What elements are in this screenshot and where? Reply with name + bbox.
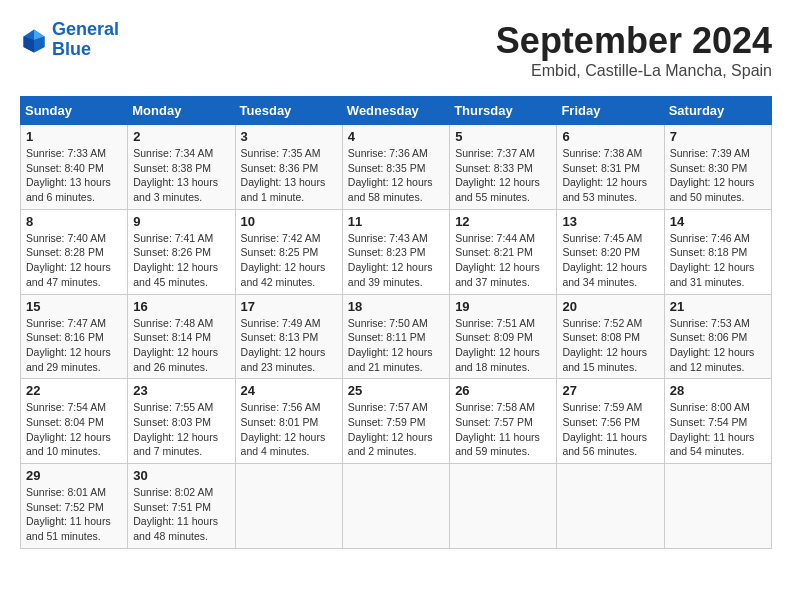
day-number: 29 (26, 468, 122, 483)
calendar-cell: 18Sunrise: 7:50 AMSunset: 8:11 PMDayligh… (342, 294, 449, 379)
day-info: Sunrise: 7:57 AMSunset: 7:59 PMDaylight:… (348, 400, 444, 459)
logo-line1: General (52, 19, 119, 39)
calendar-row: 29Sunrise: 8:01 AMSunset: 7:52 PMDayligh… (21, 464, 772, 549)
day-info: Sunrise: 7:51 AMSunset: 8:09 PMDaylight:… (455, 316, 551, 375)
day-number: 2 (133, 129, 229, 144)
calendar-cell: 21Sunrise: 7:53 AMSunset: 8:06 PMDayligh… (664, 294, 771, 379)
day-info: Sunrise: 7:44 AMSunset: 8:21 PMDaylight:… (455, 231, 551, 290)
day-number: 19 (455, 299, 551, 314)
calendar-cell: 17Sunrise: 7:49 AMSunset: 8:13 PMDayligh… (235, 294, 342, 379)
calendar-cell: 13Sunrise: 7:45 AMSunset: 8:20 PMDayligh… (557, 209, 664, 294)
header: General Blue September 2024 Embid, Casti… (20, 20, 772, 80)
day-info: Sunrise: 7:35 AMSunset: 8:36 PMDaylight:… (241, 146, 337, 205)
day-info: Sunrise: 7:52 AMSunset: 8:08 PMDaylight:… (562, 316, 658, 375)
calendar-cell: 25Sunrise: 7:57 AMSunset: 7:59 PMDayligh… (342, 379, 449, 464)
day-info: Sunrise: 7:41 AMSunset: 8:26 PMDaylight:… (133, 231, 229, 290)
day-number: 13 (562, 214, 658, 229)
day-number: 14 (670, 214, 766, 229)
day-info: Sunrise: 7:42 AMSunset: 8:25 PMDaylight:… (241, 231, 337, 290)
calendar-row: 22Sunrise: 7:54 AMSunset: 8:04 PMDayligh… (21, 379, 772, 464)
calendar-cell (450, 464, 557, 549)
day-info: Sunrise: 7:48 AMSunset: 8:14 PMDaylight:… (133, 316, 229, 375)
calendar-cell: 28Sunrise: 8:00 AMSunset: 7:54 PMDayligh… (664, 379, 771, 464)
col-tuesday: Tuesday (235, 97, 342, 125)
day-number: 15 (26, 299, 122, 314)
calendar-cell: 24Sunrise: 7:56 AMSunset: 8:01 PMDayligh… (235, 379, 342, 464)
day-number: 1 (26, 129, 122, 144)
col-monday: Monday (128, 97, 235, 125)
location-title: Embid, Castille-La Mancha, Spain (496, 62, 772, 80)
day-info: Sunrise: 7:45 AMSunset: 8:20 PMDaylight:… (562, 231, 658, 290)
calendar-cell (342, 464, 449, 549)
calendar-cell: 12Sunrise: 7:44 AMSunset: 8:21 PMDayligh… (450, 209, 557, 294)
day-number: 26 (455, 383, 551, 398)
day-info: Sunrise: 7:34 AMSunset: 8:38 PMDaylight:… (133, 146, 229, 205)
calendar-cell: 26Sunrise: 7:58 AMSunset: 7:57 PMDayligh… (450, 379, 557, 464)
calendar-cell: 3Sunrise: 7:35 AMSunset: 8:36 PMDaylight… (235, 125, 342, 210)
day-info: Sunrise: 7:47 AMSunset: 8:16 PMDaylight:… (26, 316, 122, 375)
day-info: Sunrise: 8:02 AMSunset: 7:51 PMDaylight:… (133, 485, 229, 544)
calendar-cell: 5Sunrise: 7:37 AMSunset: 8:33 PMDaylight… (450, 125, 557, 210)
col-thursday: Thursday (450, 97, 557, 125)
day-info: Sunrise: 8:01 AMSunset: 7:52 PMDaylight:… (26, 485, 122, 544)
day-number: 24 (241, 383, 337, 398)
calendar-cell: 16Sunrise: 7:48 AMSunset: 8:14 PMDayligh… (128, 294, 235, 379)
calendar-cell: 30Sunrise: 8:02 AMSunset: 7:51 PMDayligh… (128, 464, 235, 549)
calendar-table: Sunday Monday Tuesday Wednesday Thursday… (20, 96, 772, 549)
day-number: 8 (26, 214, 122, 229)
day-number: 21 (670, 299, 766, 314)
day-info: Sunrise: 7:59 AMSunset: 7:56 PMDaylight:… (562, 400, 658, 459)
calendar-cell (235, 464, 342, 549)
day-number: 23 (133, 383, 229, 398)
day-number: 27 (562, 383, 658, 398)
calendar-cell: 14Sunrise: 7:46 AMSunset: 8:18 PMDayligh… (664, 209, 771, 294)
day-number: 16 (133, 299, 229, 314)
calendar-cell (664, 464, 771, 549)
calendar-cell: 1Sunrise: 7:33 AMSunset: 8:40 PMDaylight… (21, 125, 128, 210)
col-sunday: Sunday (21, 97, 128, 125)
calendar-cell (557, 464, 664, 549)
logo: General Blue (20, 20, 119, 60)
day-info: Sunrise: 7:49 AMSunset: 8:13 PMDaylight:… (241, 316, 337, 375)
day-info: Sunrise: 7:38 AMSunset: 8:31 PMDaylight:… (562, 146, 658, 205)
calendar-cell: 22Sunrise: 7:54 AMSunset: 8:04 PMDayligh… (21, 379, 128, 464)
calendar-body: 1Sunrise: 7:33 AMSunset: 8:40 PMDaylight… (21, 125, 772, 549)
calendar-cell: 27Sunrise: 7:59 AMSunset: 7:56 PMDayligh… (557, 379, 664, 464)
day-info: Sunrise: 7:40 AMSunset: 8:28 PMDaylight:… (26, 231, 122, 290)
calendar-cell: 23Sunrise: 7:55 AMSunset: 8:03 PMDayligh… (128, 379, 235, 464)
day-number: 30 (133, 468, 229, 483)
page-container: General Blue September 2024 Embid, Casti… (20, 20, 772, 549)
day-info: Sunrise: 7:33 AMSunset: 8:40 PMDaylight:… (26, 146, 122, 205)
day-number: 20 (562, 299, 658, 314)
day-number: 28 (670, 383, 766, 398)
day-info: Sunrise: 7:55 AMSunset: 8:03 PMDaylight:… (133, 400, 229, 459)
month-title: September 2024 (496, 20, 772, 62)
day-number: 22 (26, 383, 122, 398)
day-info: Sunrise: 7:58 AMSunset: 7:57 PMDaylight:… (455, 400, 551, 459)
calendar-cell: 9Sunrise: 7:41 AMSunset: 8:26 PMDaylight… (128, 209, 235, 294)
day-info: Sunrise: 7:56 AMSunset: 8:01 PMDaylight:… (241, 400, 337, 459)
day-info: Sunrise: 8:00 AMSunset: 7:54 PMDaylight:… (670, 400, 766, 459)
day-number: 25 (348, 383, 444, 398)
day-number: 9 (133, 214, 229, 229)
col-friday: Friday (557, 97, 664, 125)
day-info: Sunrise: 7:54 AMSunset: 8:04 PMDaylight:… (26, 400, 122, 459)
calendar-cell: 15Sunrise: 7:47 AMSunset: 8:16 PMDayligh… (21, 294, 128, 379)
calendar-cell: 2Sunrise: 7:34 AMSunset: 8:38 PMDaylight… (128, 125, 235, 210)
calendar-cell: 20Sunrise: 7:52 AMSunset: 8:08 PMDayligh… (557, 294, 664, 379)
calendar-cell: 19Sunrise: 7:51 AMSunset: 8:09 PMDayligh… (450, 294, 557, 379)
day-info: Sunrise: 7:50 AMSunset: 8:11 PMDaylight:… (348, 316, 444, 375)
col-saturday: Saturday (664, 97, 771, 125)
day-number: 10 (241, 214, 337, 229)
day-number: 12 (455, 214, 551, 229)
calendar-row: 1Sunrise: 7:33 AMSunset: 8:40 PMDaylight… (21, 125, 772, 210)
day-info: Sunrise: 7:39 AMSunset: 8:30 PMDaylight:… (670, 146, 766, 205)
calendar-cell: 6Sunrise: 7:38 AMSunset: 8:31 PMDaylight… (557, 125, 664, 210)
day-number: 17 (241, 299, 337, 314)
day-info: Sunrise: 7:36 AMSunset: 8:35 PMDaylight:… (348, 146, 444, 205)
col-wednesday: Wednesday (342, 97, 449, 125)
calendar-cell: 7Sunrise: 7:39 AMSunset: 8:30 PMDaylight… (664, 125, 771, 210)
day-info: Sunrise: 7:43 AMSunset: 8:23 PMDaylight:… (348, 231, 444, 290)
day-number: 4 (348, 129, 444, 144)
logo-icon (20, 26, 48, 54)
